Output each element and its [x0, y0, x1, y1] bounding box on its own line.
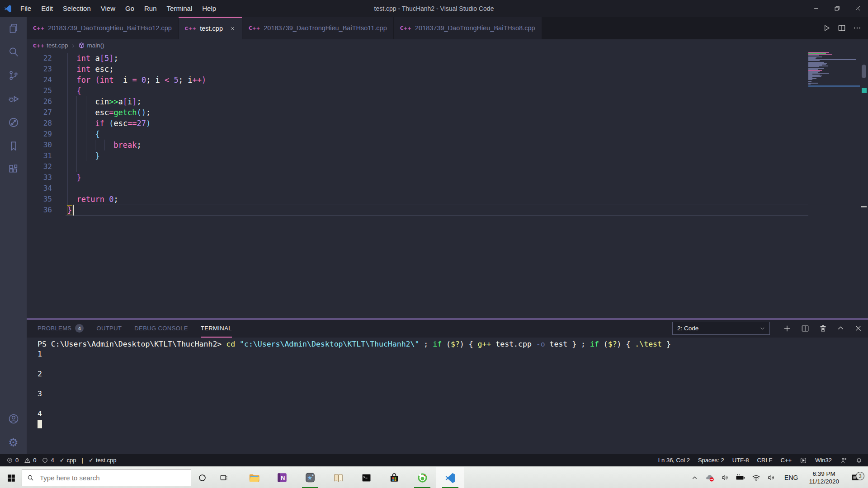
panel-tab-label: TERMINAL	[201, 325, 232, 332]
tray-wifi[interactable]	[749, 473, 763, 483]
tab-3[interactable]: C++20183739_DaoTrongHieu_BaiTHso11.cpp	[242, 17, 393, 39]
status-win32[interactable]: Win32	[815, 457, 832, 464]
new-terminal-button[interactable]	[783, 324, 792, 333]
status-feedback-person[interactable]	[840, 457, 847, 464]
start-button[interactable]	[0, 467, 22, 488]
panel-tab-problems[interactable]: PROBLEMS4	[38, 319, 84, 338]
menu-view[interactable]: View	[96, 0, 120, 17]
taskbar-app-vscode[interactable]	[436, 467, 464, 488]
status-bar-left: 004✓cpp|✓test.cpp	[6, 457, 122, 464]
menu-edit[interactable]: Edit	[36, 0, 58, 17]
editor-cursor	[73, 205, 74, 216]
tray-onedrive[interactable]	[703, 472, 717, 483]
split-terminal-button[interactable]	[801, 324, 810, 333]
minimap[interactable]	[808, 52, 860, 319]
menu-go[interactable]: Go	[120, 0, 139, 17]
status-c-[interactable]: C++	[781, 457, 792, 464]
run-outline-button[interactable]	[822, 23, 831, 33]
split-editor-button[interactable]	[837, 23, 846, 33]
terminal-app-icon	[361, 472, 372, 483]
restore-button[interactable]	[826, 0, 847, 17]
code-editor[interactable]: 22 int a[5];23 int esc;24 for (int i = 0…	[27, 52, 868, 319]
activity-files[interactable]	[3, 17, 24, 40]
minimap-line	[808, 55, 819, 56]
terminal-shell-selector[interactable]: 2: Code	[672, 322, 770, 335]
panel-tab-output[interactable]: OUTPUT	[96, 319, 122, 338]
activity-run-debug[interactable]	[3, 87, 24, 111]
activity-search[interactable]	[3, 40, 24, 64]
taskbar-app-terminal-app[interactable]	[352, 467, 380, 488]
status-run-boxed[interactable]	[800, 457, 807, 464]
tray-battery[interactable]	[734, 472, 747, 483]
line-number: 26	[27, 97, 52, 106]
taskbar-app-star-app[interactable]: ★★	[296, 467, 324, 488]
terminal-output-line: 1	[38, 349, 868, 359]
panel-tab-terminal[interactable]: TERMINAL	[201, 319, 232, 338]
code-line-33: 33 }	[27, 172, 808, 183]
menu-terminal[interactable]: Terminal	[162, 0, 198, 17]
close-panel-button[interactable]	[854, 324, 863, 333]
line-number: 32	[27, 162, 52, 171]
maximize-panel-button[interactable]	[836, 324, 845, 333]
breadcrumb-item[interactable]: C++test.cpp	[33, 42, 68, 49]
activity-gear[interactable]: ⚙	[3, 431, 24, 454]
status-0[interactable]: 0	[6, 457, 19, 464]
taskbar-app-coccoc-browser[interactable]	[408, 467, 436, 488]
task-view-button[interactable]	[213, 467, 235, 488]
vscode-logo-icon	[0, 4, 15, 13]
code-text: {	[67, 85, 81, 96]
panel-tab-label: OUTPUT	[96, 325, 122, 332]
taskbar-app-onenote[interactable]: N	[268, 467, 296, 488]
activity-source-control[interactable]	[3, 64, 24, 87]
status-4[interactable]: 4	[42, 457, 54, 464]
tray-speaker[interactable]	[718, 473, 732, 482]
menu-run[interactable]: Run	[139, 0, 162, 17]
line-number: 34	[27, 184, 52, 192]
tab-label: 20183739_DaoTrongHieu_BaiTHso8.cpp	[415, 24, 535, 32]
overview-ruler[interactable]	[860, 52, 868, 319]
activity-account[interactable]	[3, 407, 24, 431]
status-0[interactable]: 0	[24, 457, 36, 464]
cortana-button[interactable]	[191, 467, 213, 488]
menu-selection[interactable]: Selection	[58, 0, 96, 17]
line-number: 31	[27, 151, 52, 160]
terminal-output-line: 2	[38, 369, 868, 379]
taskbar-app-reader[interactable]	[324, 467, 352, 488]
breadcrumb-item[interactable]: main()	[78, 42, 104, 49]
status-ln-36-col-2[interactable]: Ln 36, Col 2	[658, 457, 690, 464]
menu-help[interactable]: Help	[197, 0, 221, 17]
activity-runner-circle[interactable]	[3, 111, 24, 134]
tray-tray-chevron[interactable]	[688, 474, 701, 482]
more-button[interactable]	[853, 23, 862, 33]
tab-1[interactable]: C++20183739_DaoTrongHieu_BaiTHso12.cpp	[27, 17, 178, 39]
language-indicator[interactable]: ENG	[780, 474, 802, 481]
cpp-icon: C++	[33, 25, 44, 31]
taskbar-app-file-explorer[interactable]	[240, 467, 268, 488]
status-bell[interactable]	[855, 457, 863, 464]
action-center-button[interactable]: 3	[845, 473, 865, 483]
scrollbar-thumb[interactable]	[862, 65, 866, 78]
tab-4[interactable]: C++20183739_DaoTrongHieu_BaiTHso8.cpp	[394, 17, 542, 39]
taskbar-app-microsoft-store[interactable]	[380, 467, 408, 488]
status-utf-8[interactable]: UTF-8	[732, 457, 749, 464]
status-cpp[interactable]: ✓cpp	[60, 457, 76, 464]
minimize-button[interactable]	[806, 0, 826, 17]
close-window-button[interactable]	[847, 0, 868, 17]
tray-volume[interactable]	[764, 473, 778, 482]
activity-extensions[interactable]	[3, 158, 24, 181]
status-crlf[interactable]: CRLF	[757, 457, 773, 464]
search-input[interactable]	[39, 474, 186, 482]
status-test-cpp[interactable]: ✓test.cpp	[89, 457, 116, 464]
menu-file[interactable]: File	[15, 0, 36, 17]
close-tab-icon[interactable]	[229, 25, 236, 32]
status-spaces-2[interactable]: Spaces: 2	[698, 457, 724, 464]
status--[interactable]: |	[82, 457, 83, 464]
taskbar-search[interactable]	[22, 469, 191, 486]
tab-2[interactable]: C++test.cpp	[179, 17, 242, 39]
kill-terminal-button[interactable]	[819, 324, 827, 333]
activity-bookmarks[interactable]	[3, 134, 24, 158]
panel-tab-debug-console[interactable]: DEBUG CONSOLE	[134, 319, 188, 338]
terminal-output[interactable]: PS C:\Users\Admin\Desktop\KTLT\ThucHanh2…	[27, 338, 868, 454]
clock[interactable]: 6:39 PM 11/12/2020	[804, 470, 844, 485]
minimap-line	[808, 60, 820, 61]
